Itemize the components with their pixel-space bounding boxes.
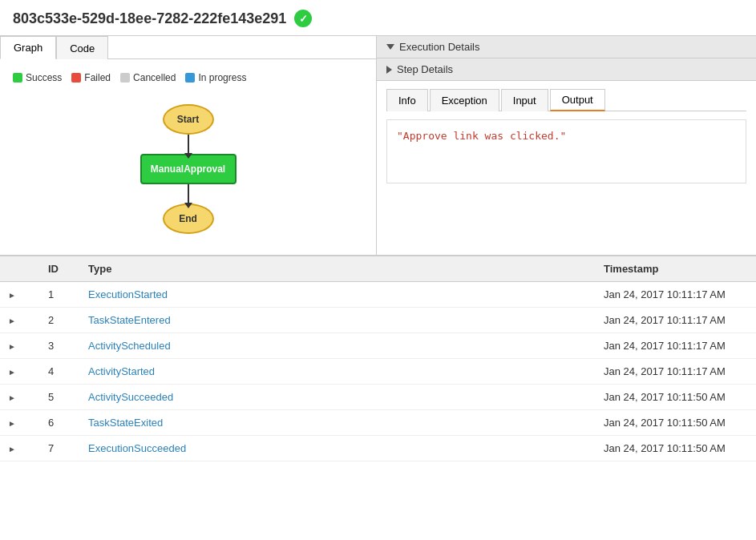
success-label: Success xyxy=(26,72,62,83)
tab-graph[interactable]: Graph xyxy=(0,36,56,59)
col-header-id-num: ID xyxy=(40,256,80,282)
row-type[interactable]: ActivitySucceeded xyxy=(80,385,596,410)
row-expand-btn[interactable]: ► xyxy=(0,436,40,461)
left-panel: Graph Code Success Failed Cancelled xyxy=(0,36,377,255)
row-type[interactable]: ExecutionStarted xyxy=(80,282,596,308)
row-expand-btn[interactable]: ► xyxy=(0,308,40,333)
row-timestamp: Jan 24, 2017 10:11:17 AM xyxy=(596,308,756,333)
row-expand-btn[interactable]: ► xyxy=(0,333,40,359)
events-section: ID Type Timestamp ►1ExecutionStartedJan … xyxy=(0,256,756,461)
row-expand-btn[interactable]: ► xyxy=(0,282,40,308)
row-expand-btn[interactable]: ► xyxy=(0,410,40,436)
row-timestamp: Jan 24, 2017 10:11:50 AM xyxy=(596,436,756,461)
row-id: 1 xyxy=(40,282,80,308)
table-row: ►7ExecutionSucceededJan 24, 2017 10:11:5… xyxy=(0,436,756,461)
row-expand-btn[interactable]: ► xyxy=(0,385,40,410)
failed-label: Failed xyxy=(84,72,111,83)
page-header: 803c533e-529d-18ee-7282-222fe143e291 xyxy=(0,0,756,36)
inprogress-dot xyxy=(185,73,195,83)
inprogress-label: In progress xyxy=(198,72,246,83)
legend-cancelled: Cancelled xyxy=(120,72,176,83)
step-collapse-icon xyxy=(386,66,392,74)
table-row: ►1ExecutionStartedJan 24, 2017 10:11:17 … xyxy=(0,282,756,308)
tab-exception[interactable]: Exception xyxy=(430,89,499,111)
legend-inprogress: In progress xyxy=(185,72,246,83)
legend-failed: Failed xyxy=(71,72,111,83)
main-content: Graph Code Success Failed Cancelled xyxy=(0,36,756,256)
table-row: ►3ActivityScheduledJan 24, 2017 10:11:17… xyxy=(0,333,756,359)
output-content: "Approve link was clicked." xyxy=(386,119,746,183)
row-id: 5 xyxy=(40,385,80,410)
arrow-1 xyxy=(188,135,189,154)
failed-dot xyxy=(71,73,81,83)
start-node[interactable]: Start xyxy=(163,104,214,135)
execution-collapse-icon xyxy=(386,44,394,50)
tab-output[interactable]: Output xyxy=(550,89,605,111)
row-id: 7 xyxy=(40,436,80,461)
row-timestamp: Jan 24, 2017 10:11:50 AM xyxy=(596,410,756,436)
row-id: 2 xyxy=(40,308,80,333)
cancelled-label: Cancelled xyxy=(133,72,176,83)
row-timestamp: Jan 24, 2017 10:11:17 AM xyxy=(596,282,756,308)
row-id: 4 xyxy=(40,359,80,385)
row-type[interactable]: ActivityScheduled xyxy=(80,333,596,359)
table-row: ►6TaskStateExitedJan 24, 2017 10:11:50 A… xyxy=(0,410,756,436)
row-id: 3 xyxy=(40,333,80,359)
col-header-timestamp: Timestamp xyxy=(596,256,756,282)
row-timestamp: Jan 24, 2017 10:11:17 AM xyxy=(596,333,756,359)
col-header-type: Type xyxy=(80,256,596,282)
events-table: ID Type Timestamp ►1ExecutionStartedJan … xyxy=(0,256,756,461)
row-timestamp: Jan 24, 2017 10:11:17 AM xyxy=(596,359,756,385)
table-header-row: ID Type Timestamp xyxy=(0,256,756,282)
row-type[interactable]: TaskStateEntered xyxy=(80,308,596,333)
status-icon xyxy=(294,10,312,27)
step-details-content: Info Exception Input Output "Approve lin… xyxy=(377,81,756,191)
row-type[interactable]: ExecutionSucceeded xyxy=(80,436,596,461)
step-details-label: Step Details xyxy=(397,63,453,75)
legend-success: Success xyxy=(13,72,62,83)
row-type[interactable]: TaskStateExited xyxy=(80,410,596,436)
row-timestamp: Jan 24, 2017 10:11:50 AM xyxy=(596,385,756,410)
tab-info[interactable]: Info xyxy=(386,89,428,111)
col-header-id xyxy=(0,256,40,282)
execution-details-header[interactable]: Execution Details xyxy=(377,36,756,58)
cancelled-dot xyxy=(120,73,130,83)
table-row: ►4ActivityStartedJan 24, 2017 10:11:17 A… xyxy=(0,359,756,385)
table-row: ►5ActivitySucceededJan 24, 2017 10:11:50… xyxy=(0,385,756,410)
row-expand-btn[interactable]: ► xyxy=(0,359,40,385)
success-dot xyxy=(13,73,22,83)
view-tabs: Graph Code xyxy=(0,36,376,59)
step-details-header[interactable]: Step Details xyxy=(377,58,756,81)
right-panel: Execution Details Step Details Info Exce… xyxy=(377,36,756,255)
tab-code[interactable]: Code xyxy=(56,36,108,59)
row-id: 6 xyxy=(40,410,80,436)
graph-area: Success Failed Cancelled In progress Sta… xyxy=(0,59,376,255)
detail-tabs-bar: Info Exception Input Output xyxy=(386,89,746,111)
workflow-graph: Start ManualApproval End xyxy=(13,96,363,242)
row-type[interactable]: ActivityStarted xyxy=(80,359,596,385)
execution-id: 803c533e-529d-18ee-7282-222fe143e291 xyxy=(13,10,286,27)
execution-details-label: Execution Details xyxy=(399,41,479,53)
tab-input[interactable]: Input xyxy=(501,89,548,111)
table-row: ►2TaskStateEnteredJan 24, 2017 10:11:17 … xyxy=(0,308,756,333)
graph-legend: Success Failed Cancelled In progress xyxy=(13,72,363,83)
arrow-2 xyxy=(188,184,189,204)
